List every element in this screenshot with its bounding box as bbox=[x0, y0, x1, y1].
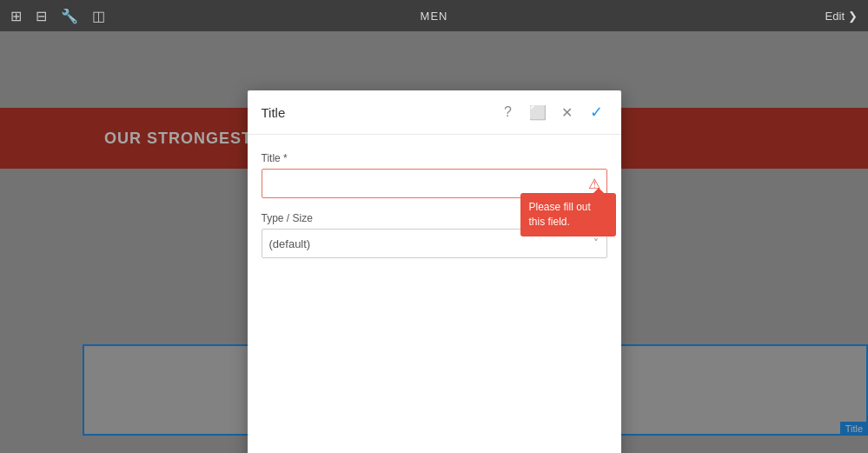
close-icon[interactable]: ✕ bbox=[557, 104, 578, 121]
title-field-label: Title * bbox=[262, 152, 607, 164]
toolbar-center-label: MEN bbox=[421, 10, 448, 23]
title-input-wrapper: ⚠ Please fill out this field. bbox=[262, 169, 607, 198]
modal-spacer bbox=[262, 272, 607, 446]
title-field-row: Title * ⚠ Please fill out this field. bbox=[262, 152, 607, 198]
modal-header: Title ? ⬜ ✕ ✓ bbox=[248, 90, 621, 135]
canvas-area: OUR STRONGEST CLOTHES → Title Title ? ⬜ … bbox=[0, 31, 868, 453]
grid-icon[interactable]: ⊞ bbox=[10, 8, 22, 24]
modal-body: Title * ⚠ Please fill out this field. Ty… bbox=[248, 135, 621, 453]
frame-icon[interactable]: ◫ bbox=[92, 8, 105, 24]
confirm-icon[interactable]: ✓ bbox=[586, 103, 607, 122]
modal-title: Title bbox=[262, 105, 489, 120]
modal-dialog: Title ? ⬜ ✕ ✓ Title * ⚠ Please fill out … bbox=[248, 90, 621, 453]
help-icon[interactable]: ? bbox=[498, 104, 519, 120]
edit-button[interactable]: Edit ❯ bbox=[825, 10, 858, 23]
toolbar: ⊞ ⊟ 🔧 ◫ MEN Edit ❯ bbox=[0, 0, 868, 31]
wrench-icon[interactable]: 🔧 bbox=[61, 8, 78, 24]
frame-modal-icon[interactable]: ⬜ bbox=[527, 104, 548, 121]
layout-icon[interactable]: ⊟ bbox=[36, 8, 47, 24]
validation-tooltip: Please fill out this field. bbox=[520, 193, 616, 236]
